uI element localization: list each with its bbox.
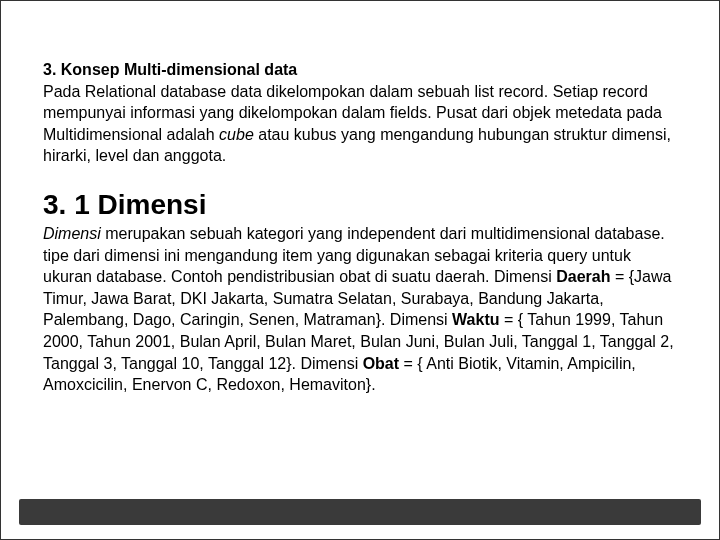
- section-3-body: Pada Relational database data dikelompok…: [43, 81, 677, 167]
- cube-term: cube: [219, 126, 254, 143]
- slide: 3. Konsep Multi-dimensional data Pada Re…: [0, 0, 720, 540]
- dimensi-lead-word: Dimensi: [43, 225, 101, 242]
- dimensi-waktu-label: Waktu: [452, 311, 499, 328]
- section-3-1-heading: 3. 1 Dimensi: [43, 189, 677, 221]
- section-3-1-body: Dimensi merupakan sebuah kategori yang i…: [43, 223, 677, 396]
- section-3-heading: 3. Konsep Multi-dimensional data: [43, 59, 677, 81]
- dimensi-obat-label: Obat: [363, 355, 399, 372]
- dimensi-daerah-label: Daerah: [556, 268, 610, 285]
- footer-bar: [19, 499, 701, 525]
